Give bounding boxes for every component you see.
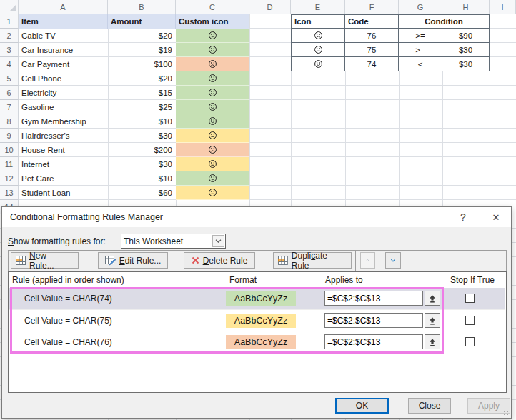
cell-C10[interactable] xyxy=(176,143,249,157)
cell-E1-icon-header[interactable]: Icon xyxy=(291,14,345,29)
row-header-5[interactable]: 5 xyxy=(0,71,19,86)
applies-to-input[interactable] xyxy=(324,334,423,349)
cell-G2[interactable]: >= xyxy=(399,29,442,43)
cell-A2[interactable]: Cable TV xyxy=(19,29,108,43)
row-header-12[interactable]: 12 xyxy=(0,171,19,186)
cell-G4[interactable]: < xyxy=(399,57,442,71)
cell-A3[interactable]: Car Insurance xyxy=(19,43,108,57)
range-picker-button[interactable] xyxy=(425,334,440,349)
new-rule-button[interactable]: New Rule... xyxy=(11,252,79,269)
cell-C2[interactable] xyxy=(176,29,249,43)
row-header-10[interactable]: 10 xyxy=(0,143,19,157)
cell-G1-condition-header[interactable]: Condition xyxy=(399,14,490,29)
cell-C4[interactable] xyxy=(176,57,249,71)
range-picker-button[interactable] xyxy=(425,291,440,306)
column-header-H[interactable]: H xyxy=(442,0,490,14)
cell-B11[interactable]: $30 xyxy=(108,157,176,171)
cell-A1-item-header[interactable]: Item xyxy=(19,14,108,29)
stop-if-true-checkbox[interactable] xyxy=(465,337,475,346)
delete-rule-button[interactable]: Delete Rule xyxy=(184,252,255,269)
cell-A12[interactable]: Pet Care xyxy=(19,171,108,186)
cell-B10[interactable]: $200 xyxy=(108,143,176,157)
stop-if-true-checkbox[interactable] xyxy=(465,294,475,303)
cell-A6[interactable]: Electricity xyxy=(19,86,108,100)
move-rule-down-button[interactable] xyxy=(385,252,401,269)
rule-row-char74[interactable]: Cell Value = CHAR(74) AaBbCcYyZz xyxy=(9,288,505,309)
cell-B12[interactable]: $10 xyxy=(108,171,176,186)
cell-B9[interactable]: $30 xyxy=(108,129,176,143)
cell-C13[interactable] xyxy=(176,186,249,200)
rule-row-char75[interactable]: Cell Value = CHAR(75) AaBbCcYyZz xyxy=(9,309,505,331)
cell-C5[interactable] xyxy=(176,71,249,86)
cell-G3[interactable]: >= xyxy=(399,43,442,57)
cell-B5[interactable]: $20 xyxy=(108,71,176,86)
cell-B8[interactable]: $10 xyxy=(108,114,176,129)
scope-dropdown[interactable]: This Worksheet xyxy=(121,234,226,249)
cell-E2[interactable] xyxy=(291,29,345,43)
cell-C12[interactable] xyxy=(176,171,249,186)
close-dialog-button[interactable]: Close xyxy=(408,398,451,414)
resize-grip[interactable] xyxy=(502,409,510,416)
move-rule-up-button[interactable] xyxy=(360,252,375,269)
cell-F1-code-header[interactable]: Code xyxy=(345,14,399,29)
cell-C8[interactable] xyxy=(176,114,249,129)
column-header-A[interactable]: A xyxy=(19,0,108,14)
column-header-G[interactable]: G xyxy=(399,0,442,14)
edit-rule-button[interactable]: Edit Rule... xyxy=(98,252,168,269)
cell-F3[interactable]: 75 xyxy=(345,43,399,57)
cell-B4[interactable]: $100 xyxy=(108,57,176,71)
stop-if-true-checkbox[interactable] xyxy=(465,316,475,325)
cell-C1-custom-icon-header[interactable]: Custom icon xyxy=(176,14,249,29)
cell-C6[interactable] xyxy=(176,86,249,100)
close-button[interactable]: ✕ xyxy=(485,207,507,227)
ok-button[interactable]: OK xyxy=(335,398,389,414)
chevron-down-icon[interactable] xyxy=(212,235,224,247)
column-header-E[interactable]: E xyxy=(291,0,345,14)
row-header-8[interactable]: 8 xyxy=(0,114,19,129)
applies-to-input[interactable] xyxy=(324,313,423,328)
cell-A11[interactable]: Internet xyxy=(19,157,108,171)
row-header-13[interactable]: 13 xyxy=(0,186,19,200)
cell-C7[interactable] xyxy=(176,100,249,114)
row-header-6[interactable]: 6 xyxy=(0,86,19,100)
row-header-7[interactable]: 7 xyxy=(0,100,19,114)
cell-B7[interactable]: $25 xyxy=(108,100,176,114)
cell-A5[interactable]: Cell Phone xyxy=(19,71,108,86)
cell-A13[interactable]: Student Loan xyxy=(19,186,108,200)
cell-C9[interactable] xyxy=(176,129,249,143)
row-header-9[interactable]: 9 xyxy=(0,129,19,143)
dialog-titlebar[interactable]: Conditional Formatting Rules Manager ? ✕ xyxy=(2,207,511,227)
cell-B13[interactable]: $60 xyxy=(108,186,176,200)
row-header-4[interactable]: 4 xyxy=(0,57,19,71)
cell-B2[interactable]: $20 xyxy=(108,29,176,43)
cell-B3[interactable]: $19 xyxy=(108,43,176,57)
duplicate-rule-button[interactable]: Duplicate Rule xyxy=(273,252,352,269)
range-picker-button[interactable] xyxy=(425,313,440,328)
cell-C3[interactable] xyxy=(176,43,249,57)
cell-A10[interactable]: House Rent xyxy=(19,143,108,157)
column-header-B[interactable]: B xyxy=(108,0,176,14)
help-button[interactable]: ? xyxy=(452,207,474,227)
cell-A8[interactable]: Gym Membership xyxy=(19,114,108,129)
row-header-2[interactable]: 2 xyxy=(0,29,19,43)
cell-H4[interactable]: $30 xyxy=(442,57,490,71)
cell-A7[interactable]: Gasoline xyxy=(19,100,108,114)
column-header-I[interactable]: I xyxy=(490,0,516,14)
cell-H3[interactable]: $30 xyxy=(442,43,490,57)
row-header-1[interactable]: 1 xyxy=(0,14,19,29)
cell-F4[interactable]: 74 xyxy=(345,57,399,71)
cell-E4[interactable] xyxy=(291,57,345,71)
cell-A4[interactable]: Car Payment xyxy=(19,57,108,71)
cell-H2[interactable]: $90 xyxy=(442,29,490,43)
rule-row-char76[interactable]: Cell Value = CHAR(76) AaBbCcYyZz xyxy=(9,331,505,353)
cell-B6[interactable]: $15 xyxy=(108,86,176,100)
column-header-D[interactable]: D xyxy=(249,0,291,14)
row-header-11[interactable]: 11 xyxy=(0,157,19,171)
row-header-3[interactable]: 3 xyxy=(0,43,19,57)
cell-E3[interactable] xyxy=(291,43,345,57)
applies-to-input[interactable] xyxy=(324,291,423,306)
cell-C11[interactable] xyxy=(176,157,249,171)
cell-A9[interactable]: Hairdresser's xyxy=(19,129,108,143)
cell-F2[interactable]: 76 xyxy=(345,29,399,43)
column-header-F[interactable]: F xyxy=(345,0,399,14)
